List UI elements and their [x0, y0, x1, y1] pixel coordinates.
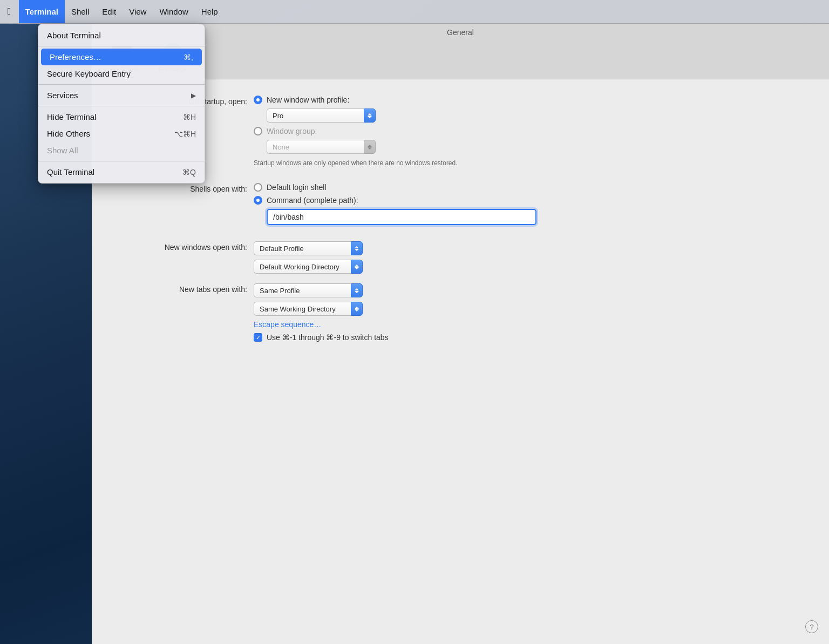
profile-select-group: Pro — [267, 109, 797, 123]
switch-tabs-label: Use ⌘-1 through ⌘-9 to switch tabs — [267, 333, 389, 342]
services-item[interactable]: Services ▶ — [38, 87, 205, 104]
new-window-profile-row: New window with profile: — [254, 96, 797, 104]
window-title: General — [447, 28, 474, 37]
profile-select-box[interactable]: Pro — [267, 109, 364, 123]
new-windows-profile-stepper[interactable] — [351, 241, 363, 255]
command-row: Command (complete path): — [254, 196, 797, 205]
command-label: Command (complete path): — [267, 196, 358, 205]
startup-section: On startup, open: New window with profil… — [124, 96, 797, 167]
view-menu-item[interactable]: View — [123, 0, 153, 23]
new-tabs-dir-up-icon — [355, 307, 359, 309]
profile-select-container: Pro — [254, 109, 797, 123]
new-windows-dir-down-icon — [355, 267, 359, 269]
new-windows-dir-up-icon — [355, 265, 359, 267]
shell-menu-item[interactable]: Shell — [65, 0, 96, 23]
new-windows-profile-up-icon — [355, 246, 359, 248]
command-radio[interactable] — [254, 196, 262, 205]
new-windows-section: New windows open with: Default Profile D… — [124, 241, 797, 274]
shells-open-label: Shells open with: — [124, 183, 254, 193]
command-input-container — [254, 209, 797, 225]
window-group-row: Window group: — [254, 127, 797, 135]
menu-bar:  Terminal Shell Edit View Window Help — [0, 0, 829, 24]
terminal-menu-item[interactable]: Terminal — [19, 0, 65, 23]
menu-separator-2 — [38, 84, 205, 85]
shells-open-controls: Default login shell Command (complete pa… — [254, 183, 797, 225]
window-group-radio[interactable] — [254, 127, 262, 135]
new-windows-profile-down-icon — [355, 249, 359, 251]
new-tabs-label: New tabs open with: — [124, 283, 254, 294]
command-input[interactable] — [267, 209, 536, 225]
menu-separator-4 — [38, 161, 205, 161]
quit-terminal-item[interactable]: Quit Terminal ⌘Q — [38, 164, 205, 180]
window-group-select-group: None — [267, 140, 797, 154]
profile-stepper-up-icon — [368, 113, 372, 116]
new-windows-profile-select[interactable]: Default Profile — [254, 241, 351, 255]
startup-note: Startup windows are only opened when the… — [254, 159, 797, 167]
secure-keyboard-item[interactable]: Secure Keyboard Entry — [38, 65, 205, 82]
new-tabs-dir-down-icon — [355, 309, 359, 311]
help-button[interactable]: ? — [805, 620, 818, 633]
window-group-stepper-up-icon — [368, 145, 372, 147]
escape-sequence-link[interactable]: Escape sequence… — [254, 320, 797, 329]
new-window-profile-radio[interactable] — [254, 96, 262, 104]
new-tabs-profile-stepper[interactable] — [351, 283, 363, 297]
default-login-shell-label: Default login shell — [267, 183, 327, 192]
switch-tabs-checkbox[interactable]: ✓ — [254, 333, 262, 342]
new-windows-controls: Default Profile Default Working Director… — [254, 241, 797, 274]
menu-separator-3 — [38, 106, 205, 106]
default-login-shell-row: Default login shell — [254, 183, 797, 192]
window-group-select-box[interactable]: None — [267, 140, 364, 154]
window-group-label: Window group: — [267, 127, 317, 135]
terminal-dropdown-menu: About Terminal Preferences… ⌘, Secure Ke… — [38, 24, 205, 184]
new-tabs-section: New tabs open with: Same Profile Same Wo… — [124, 283, 797, 342]
startup-controls: New window with profile: Pro Window grou… — [254, 96, 797, 167]
profile-stepper-down-icon — [368, 116, 372, 118]
window-group-select-container: None — [254, 140, 797, 154]
new-tabs-dir-select[interactable]: Same Working Directory — [254, 302, 351, 316]
new-tabs-profile-select[interactable]: Same Profile — [254, 283, 351, 297]
new-window-profile-label: New window with profile: — [267, 96, 349, 104]
new-tabs-controls: Same Profile Same Working Directory Esca… — [254, 283, 797, 342]
about-terminal-item[interactable]: About Terminal — [38, 27, 205, 44]
edit-menu-item[interactable]: Edit — [96, 0, 123, 23]
services-arrow-icon: ▶ — [191, 92, 196, 99]
hide-terminal-item[interactable]: Hide Terminal ⌘H — [38, 109, 205, 125]
default-login-shell-radio[interactable] — [254, 183, 262, 192]
profile-stepper[interactable] — [364, 109, 376, 123]
show-all-item[interactable]: Show All — [38, 142, 205, 159]
switch-tabs-row: ✓ Use ⌘-1 through ⌘-9 to switch tabs — [254, 333, 797, 342]
new-tabs-profile-group: Same Profile — [254, 283, 797, 297]
new-tabs-profile-down-icon — [355, 291, 359, 293]
hide-others-item[interactable]: Hide Others ⌥⌘H — [38, 125, 205, 142]
window-group-stepper[interactable] — [364, 140, 376, 154]
new-windows-dir-stepper[interactable] — [351, 260, 363, 274]
window-group-stepper-down-icon — [368, 147, 372, 150]
new-tabs-dir-stepper[interactable] — [351, 302, 363, 316]
new-windows-dir-group: Default Working Directory — [254, 260, 797, 274]
shells-open-section: Shells open with: Default login shell Co… — [124, 183, 797, 225]
menu-separator-1 — [38, 46, 205, 46]
help-menu-item[interactable]: Help — [195, 0, 225, 23]
new-tabs-dir-group: Same Working Directory — [254, 302, 797, 316]
new-windows-dir-select[interactable]: Default Working Directory — [254, 260, 351, 274]
new-windows-label: New windows open with: — [124, 241, 254, 252]
apple-menu-item[interactable]:  — [0, 0, 19, 23]
window-menu-item[interactable]: Window — [153, 0, 194, 23]
new-windows-profile-group: Default Profile — [254, 241, 797, 255]
preferences-item[interactable]: Preferences… ⌘, — [41, 49, 202, 65]
new-tabs-profile-up-icon — [355, 288, 359, 290]
